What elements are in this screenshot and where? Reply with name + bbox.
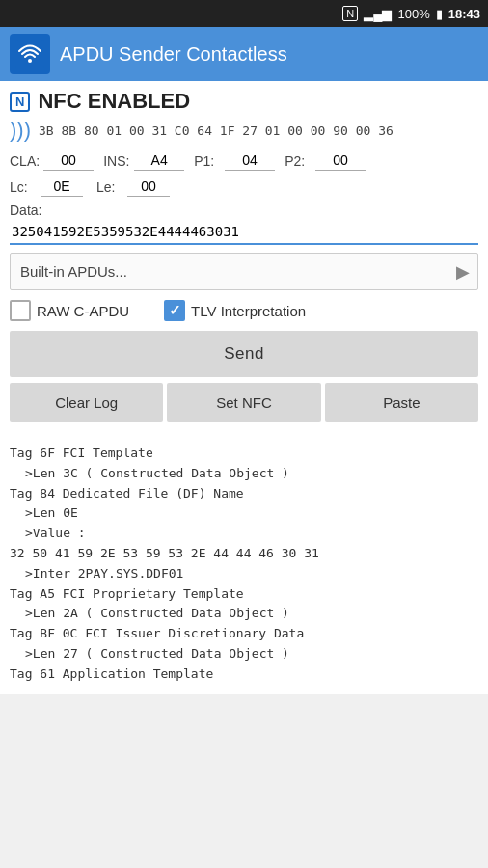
lc-le-row: Lc: Le: [10,176,478,197]
cla-input[interactable] [43,150,94,171]
svg-point-1 [28,59,32,63]
p1-label: P1: [194,153,221,169]
nfc-status-text: NFC ENABLED [38,89,190,114]
log-line: >Len 0E [10,503,478,524]
apdu-dropdown-wrapper[interactable]: Built-in APDUs... Select AID Get Process… [10,253,478,290]
send-button[interactable]: Send [10,331,478,377]
tlv-checkbox[interactable] [164,300,185,321]
tlv-label: TLV Interpretation [191,303,306,319]
apdu-select[interactable]: Built-in APDUs... Select AID Get Process… [11,254,477,289]
log-line: >Len 3C ( Constructed Data Object ) [10,464,478,484]
log-line: Tag A5 FCI Proprietary Template [10,584,478,605]
battery-icon: ▮ [436,7,443,21]
raw-capdu-checkbox[interactable] [10,300,31,321]
log-line: >Len 27 ( Constructed Data Object ) [10,644,478,665]
status-bar: N ▂▄▆ 100% ▮ 18:43 [0,0,488,27]
app-title: APDU Sender Contactless [60,43,287,66]
app-icon [10,34,50,74]
log-line: >Len 2A ( Constructed Data Object ) [10,604,478,624]
main-content: N NFC ENABLED ))) 3B 8B 80 01 00 31 C0 6… [0,81,488,440]
battery-percent: 100% [398,7,430,21]
signal-icon: ▂▄▆ [364,7,392,21]
checkbox-row: RAW C-APDU TLV Interpretation [10,300,478,321]
le-input[interactable] [127,176,170,197]
le-label: Le: [96,179,123,195]
app-header: APDU Sender Contactless [0,27,488,81]
cla-ins-row: CLA: INS: P1: P2: [10,150,478,171]
raw-capdu-checkbox-item[interactable]: RAW C-APDU [10,300,129,321]
nfc-indicator: N [342,6,358,21]
lc-label: Lc: [10,179,37,195]
nfc-logo-icon: N [10,92,30,112]
nfc-wave-icon: ))) [10,118,31,143]
lc-input[interactable] [41,176,83,197]
data-section: Data: [10,203,478,253]
clear-log-button[interactable]: Clear Log [10,383,163,422]
log-line: 32 50 41 59 2E 53 59 53 2E 44 44 46 30 3… [10,544,478,564]
p1-input[interactable] [225,150,275,171]
p2-label: P2: [285,153,312,169]
nfc-status-row: N NFC ENABLED [10,89,478,114]
hex-row: ))) 3B 8B 80 01 00 31 C0 64 1F 27 01 00 … [10,118,478,143]
time-display: 18:43 [448,7,480,21]
raw-capdu-label: RAW C-APDU [37,303,129,319]
log-line: Tag BF 0C FCI Issuer Discretionary Data [10,624,478,644]
wifi-icon [15,40,44,68]
p2-input[interactable] [315,150,366,171]
paste-button[interactable]: Paste [325,383,478,422]
tlv-checkbox-item[interactable]: TLV Interpretation [164,300,306,321]
action-buttons-row: Clear Log Set NFC Paste [10,383,478,422]
log-line: >Inter 2PAY.SYS.DDF01 [10,564,478,584]
hex-display: 3B 8B 80 01 00 31 C0 64 1F 27 01 00 00 9… [39,123,393,138]
ins-input[interactable] [134,150,184,171]
log-area: Tag 6F FCI Template>Len 3C ( Constructed… [0,440,488,694]
log-line: Tag 6F FCI Template [10,444,478,464]
cla-label: CLA: [10,153,40,169]
log-line: Tag 84 Dedicated File (DF) Name [10,484,478,504]
data-input[interactable] [10,220,478,245]
log-line: Tag 61 Application Template [10,665,478,685]
set-nfc-button[interactable]: Set NFC [167,383,320,422]
ins-label: INS: [103,153,130,169]
data-label: Data: [10,203,478,218]
log-line: >Value : [10,524,478,544]
